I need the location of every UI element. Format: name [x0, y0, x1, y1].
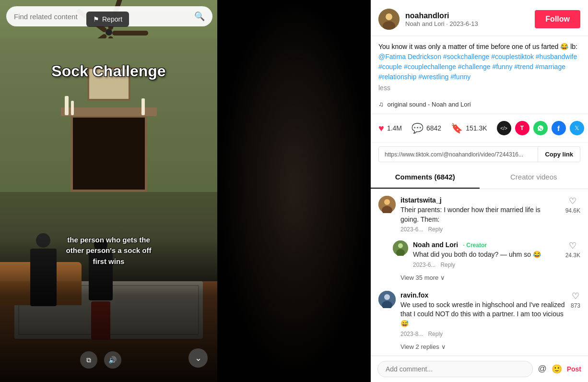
bookmarks-count: 151.3K	[466, 124, 487, 132]
post-button[interactable]: Post	[567, 365, 581, 373]
reply-meta: 2023-6... Reply	[413, 262, 561, 268]
comment-text: Their parents: I wonder how their marrie…	[400, 205, 561, 224]
reply-link-2[interactable]: Reply	[428, 331, 443, 337]
tab-comments[interactable]: Comments (6842)	[371, 166, 480, 189]
profile-username: noahandlori	[405, 12, 529, 20]
comment-date-2: 2023-8...	[400, 331, 423, 337]
video-subtitle: the person who gets theother person's a …	[0, 235, 217, 267]
view-more-text-2: View 2 replies	[400, 343, 439, 350]
reply-like-count: 24.3K	[565, 252, 580, 259]
chevron-icon-2: ∨	[441, 343, 446, 350]
profile-meta: Noah and Lori · 2023-6-13	[405, 20, 529, 27]
likes-action[interactable]: ♥ 1.4M	[378, 123, 402, 134]
description: You know it was only a matter of time be…	[371, 36, 588, 97]
reply-username: Noah and Lori	[413, 241, 458, 249]
reply-like: ♡ 24.3K	[565, 240, 580, 268]
svg-point-10	[384, 294, 390, 300]
comment-text-2: We used to sock wrestle in highschool an…	[400, 300, 566, 329]
subtitles-icon: ⧉	[86, 356, 91, 364]
sidebar-panel: noahandlori Noah and Lori · 2023-6-13 Fo…	[371, 0, 588, 382]
whatsapp-share-button[interactable]	[533, 121, 548, 135]
reply-like-icon[interactable]: ♡	[569, 240, 576, 251]
share-icons: </> T f 𝕏 ↗	[497, 121, 588, 135]
volume-button[interactable]: 🔊	[104, 351, 121, 369]
profile-info: noahandlori Noah and Lori · 2023-6-13	[405, 12, 529, 27]
reply-reply-link[interactable]: Reply	[440, 262, 455, 268]
actions-row: ♥ 1.4M 💬 6842 🔖 151.3K </> T f 𝕏 ↗	[371, 114, 588, 143]
reply-date: 2023-6...	[413, 262, 435, 268]
candle-3	[141, 98, 145, 115]
view-more-text: View 35 more	[400, 274, 438, 281]
comment-like-2: ♡ 873	[571, 291, 580, 337]
bookmark-icon: 🔖	[451, 122, 463, 134]
copy-link-button[interactable]: Copy link	[538, 147, 580, 162]
twitter-share-button[interactable]: 𝕏	[570, 121, 584, 135]
comment-like: ♡ 94.6K	[565, 196, 580, 233]
nested-comment: Noah and Lori · Creator What did you bot…	[393, 236, 588, 271]
candle-2	[71, 101, 74, 115]
comments-count: 6842	[426, 124, 441, 132]
flag-icon: ⚑	[93, 15, 99, 23]
sound-text: original sound - Noah and Lori	[388, 101, 471, 108]
embed-button[interactable]: </>	[497, 121, 511, 135]
add-comment-input[interactable]	[377, 361, 533, 377]
like-count-2: 873	[571, 302, 580, 309]
svg-point-4	[384, 199, 390, 205]
facebook-share-button[interactable]: f	[552, 121, 566, 135]
view-more-replies-2[interactable]: View 2 replies ∨	[371, 340, 588, 353]
center-panel	[217, 0, 371, 382]
search-button[interactable]: 🔍	[194, 11, 205, 22]
tiktok-share-button[interactable]: T	[515, 121, 529, 135]
mention-text[interactable]: @Fatima Dedrickson	[378, 53, 441, 60]
description-text: You know it was only a matter of time be…	[378, 43, 577, 50]
scroll-down-button[interactable]: ⌄	[188, 348, 208, 368]
video-controls: ⧉ 🔊	[80, 351, 121, 369]
music-icon: ♫	[378, 100, 384, 108]
avatar	[378, 9, 400, 30]
comments-action[interactable]: 💬 6842	[412, 122, 441, 134]
comment-icon: 💬	[412, 122, 423, 134]
less-button[interactable]: less	[378, 84, 390, 92]
tabs-row: Comments (6842) Creator videos	[371, 166, 588, 189]
nested-avatar	[393, 240, 408, 256]
view-more-replies-1[interactable]: View 35 more ∨	[371, 271, 588, 284]
add-comment-bar: @ 🙂 Post	[371, 356, 588, 382]
candle-1	[65, 96, 69, 115]
emoji-icon[interactable]: 🙂	[552, 364, 562, 374]
tab-creator-videos[interactable]: Creator videos	[480, 166, 588, 189]
reply-link[interactable]: Reply	[428, 226, 443, 233]
follow-button[interactable]: Follow	[535, 10, 580, 28]
comment-body-2: ravin.fox We used to sock wrestle in hig…	[400, 291, 566, 337]
video-panel: 🔍	[0, 0, 217, 382]
reply-text: What did you both do today? — uhm so 😂	[413, 250, 561, 260]
comment-item-2: ravin.fox We used to sock wrestle in hig…	[371, 284, 588, 340]
subtitles-button[interactable]: ⧉	[80, 351, 97, 369]
comment-username-2: ravin.fox	[400, 291, 428, 299]
commenter-avatar-2	[378, 291, 396, 308]
svg-point-1	[386, 13, 392, 20]
link-url: https://www.tiktok.com/@noahandlori/vide…	[379, 147, 538, 162]
sound-bar: ♫ original sound - Noah and Lori	[371, 97, 588, 114]
link-bar: https://www.tiktok.com/@noahandlori/vide…	[378, 146, 580, 162]
commenter-avatar	[378, 196, 396, 213]
like-icon-2[interactable]: ♡	[572, 291, 579, 301]
fireplace	[71, 115, 147, 192]
creator-badge: · Creator	[463, 242, 487, 249]
chevron-icon: ∨	[440, 274, 445, 281]
comment-body: itstartswita_j Their parents: I wonder h…	[400, 196, 561, 233]
video-title: Sock Challenge	[0, 62, 217, 80]
comment-date: 2023-6...	[400, 226, 423, 233]
report-button[interactable]: ⚑ Report	[86, 12, 129, 27]
comment-item: itstartswita_j Their parents: I wonder h…	[371, 189, 588, 236]
svg-point-7	[398, 243, 403, 248]
likes-count: 1.4M	[387, 124, 402, 132]
comments-section: itstartswita_j Their parents: I wonder h…	[371, 189, 588, 372]
comment-username: itstartswita_j	[400, 196, 442, 204]
bookmarks-action[interactable]: 🔖 151.3K	[451, 122, 487, 134]
like-icon[interactable]: ♡	[569, 196, 576, 206]
reply-body: Noah and Lori · Creator What did you bot…	[413, 240, 561, 268]
at-icon[interactable]: @	[538, 364, 546, 374]
heart-icon: ♥	[378, 123, 384, 134]
comment-meta: 2023-6... Reply	[400, 226, 561, 233]
like-count: 94.6K	[565, 207, 580, 214]
